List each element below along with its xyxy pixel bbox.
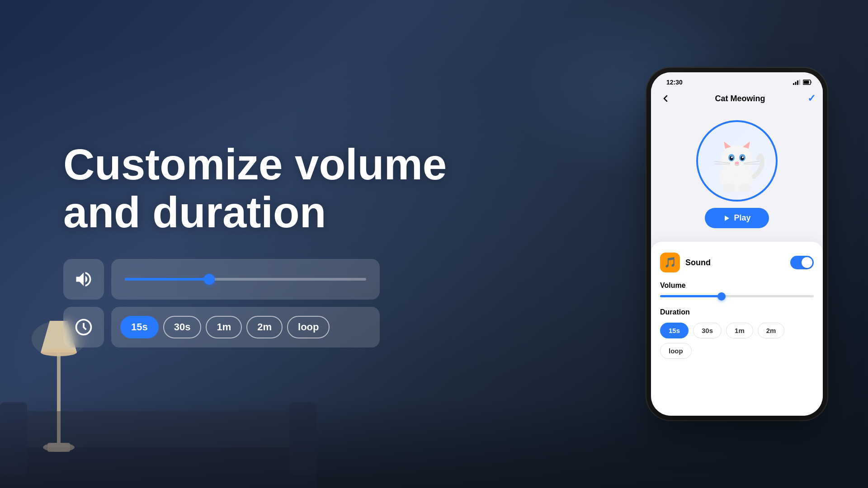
phone-volume-fill <box>660 295 722 297</box>
play-icon <box>723 215 730 222</box>
cat-illustration <box>705 127 769 195</box>
nav-title: Cat Meowing <box>673 94 807 103</box>
duration-30s-button[interactable]: 30s <box>163 316 202 338</box>
status-time: 12:30 <box>666 79 683 86</box>
volume-slider-box[interactable] <box>111 259 380 300</box>
controls-section: 15s 30s 1m 2m loop <box>63 259 380 347</box>
duration-2m-button[interactable]: 2m <box>246 316 283 338</box>
svg-rect-16 <box>811 81 812 83</box>
svg-point-18 <box>721 145 753 174</box>
svg-rect-11 <box>795 82 797 85</box>
phone-duration-2m[interactable]: 2m <box>758 323 785 338</box>
nav-bar: Cat Meowing ✓ <box>651 88 823 111</box>
volume-thumb[interactable] <box>204 274 215 285</box>
headline-line1: Customize volume <box>63 140 447 188</box>
svg-point-29 <box>735 162 739 165</box>
signal-icon <box>793 80 800 85</box>
music-note-icon: 🎵 <box>664 257 676 268</box>
svg-rect-10 <box>793 83 794 85</box>
duration-box: 15s 30s 1m 2m loop <box>111 307 380 347</box>
phone-mockup-container: 12:30 <box>642 72 832 416</box>
phone-duration-1m[interactable]: 1m <box>726 323 753 338</box>
sound-row: 🎵 Sound <box>660 253 814 272</box>
duration-row: 15s 30s 1m 2m loop <box>63 307 380 347</box>
volume-icon-box <box>63 259 104 300</box>
bottom-card: 🎵 Sound Volume Duration <box>651 242 823 416</box>
battery-icon <box>803 80 812 85</box>
confirm-button[interactable]: ✓ <box>807 93 816 104</box>
duration-section-label: Duration <box>660 308 814 316</box>
phone-volume-track[interactable] <box>660 295 814 297</box>
svg-point-34 <box>722 183 735 192</box>
phone-duration-loop[interactable]: loop <box>660 343 692 359</box>
volume-section-label: Volume <box>660 282 814 290</box>
volume-fill <box>125 278 209 281</box>
back-arrow-icon <box>660 93 671 104</box>
back-button[interactable] <box>658 91 673 106</box>
play-button[interactable]: Play <box>705 208 769 228</box>
svg-point-27 <box>731 156 733 158</box>
svg-point-28 <box>742 156 744 158</box>
phone-duration-15s[interactable]: 15s <box>660 323 689 338</box>
svg-rect-13 <box>799 80 801 85</box>
status-icons <box>793 80 812 85</box>
sound-label: Sound <box>685 258 785 267</box>
play-button-label: Play <box>734 213 750 223</box>
volume-row <box>63 259 380 300</box>
svg-rect-15 <box>804 81 809 84</box>
left-panel: Customize volume and duration <box>0 104 642 383</box>
svg-marker-36 <box>725 216 729 221</box>
phone-mockup: 12:30 <box>651 72 823 416</box>
phone-volume-thumb[interactable] <box>717 292 726 300</box>
cat-image-circle <box>696 120 778 202</box>
phone-duration-30s[interactable]: 30s <box>693 323 722 338</box>
duration-15s-button[interactable]: 15s <box>120 316 159 338</box>
clock-icon-box <box>63 307 104 347</box>
status-bar: 12:30 <box>651 72 823 88</box>
duration-options: 15s 30s 1m 2m loop <box>660 323 814 359</box>
clock-icon <box>74 317 94 337</box>
svg-point-35 <box>739 183 751 192</box>
svg-rect-12 <box>797 80 798 85</box>
cat-area: Play <box>651 111 823 233</box>
main-content: Customize volume and duration <box>0 0 868 488</box>
volume-track[interactable] <box>125 278 366 281</box>
headline-line2: and duration <box>63 188 326 236</box>
volume-section: Volume <box>660 282 814 297</box>
speaker-icon <box>74 269 94 289</box>
duration-1m-button[interactable]: 1m <box>206 316 242 338</box>
duration-loop-button[interactable]: loop <box>287 316 330 338</box>
headline: Customize volume and duration <box>63 141 615 236</box>
sound-icon-box: 🎵 <box>660 253 680 272</box>
sound-toggle[interactable] <box>790 256 814 269</box>
duration-section: Duration 15s 30s 1m 2m loop <box>660 308 814 359</box>
